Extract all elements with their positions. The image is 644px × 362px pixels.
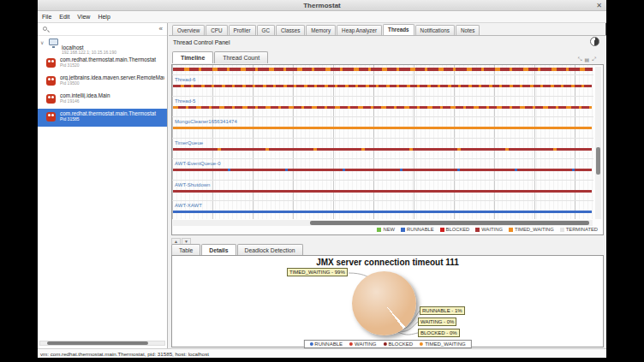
legend-dot-waiting — [349, 342, 353, 346]
tree-item-vm[interactable]: com.intellij.idea.Main Pid 19146 — [38, 91, 167, 109]
tab-gc[interactable]: GC — [257, 25, 275, 35]
legend-dot-blocked — [384, 342, 387, 346]
vm-pid: Pid 31585 — [60, 116, 167, 122]
vm-name: org.jetbrains.idea.maven.server.RemoteMa… — [60, 74, 164, 80]
pie-legend: RUNNABLE WAITING BLOCKED TIMED_WAITING — [303, 340, 471, 348]
panel-title: Thread Control Panel — [173, 39, 230, 45]
timeline-grid-icon[interactable]: ▤ — [585, 56, 590, 62]
menu-help[interactable]: Help — [98, 14, 110, 20]
expander-caret-icon[interactable]: ∨ — [40, 39, 44, 45]
thread-name-link[interactable]: MongoCleaner1656341474 — [175, 119, 237, 124]
scrollbar-thumb[interactable] — [47, 341, 148, 345]
tree-item-vm[interactable]: com.redhat.thermostat.main.Thermostat Pi… — [38, 55, 167, 73]
callout-runnable: RUNNABLE - 1% — [420, 306, 465, 315]
legend-item: WAITING — [475, 227, 503, 232]
menu-bar: File Edit View Help — [38, 11, 606, 23]
close-icon[interactable]: ✕ — [596, 2, 602, 9]
thermostat-window: Thermostat ✕ File Edit View Help « ∨ loc… — [38, 0, 606, 358]
legend-swatch-waiting — [475, 228, 480, 232]
legend-swatch-new — [377, 228, 381, 232]
tab-notes[interactable]: Notes — [456, 25, 480, 35]
timeline-horizontal-scrollbar[interactable] — [173, 220, 593, 226]
scrollbar-thumb[interactable] — [596, 147, 600, 175]
thread-state-line — [173, 190, 592, 193]
tree-item-vm-selected[interactable]: com.redhat.thermostat.main.Thermostat Pi… — [38, 109, 167, 127]
timeline-toolbar: ⤡ ▤ ⤢ — [578, 56, 596, 62]
status-bar: vm: com.redhat.thermostat.main.Thermosta… — [38, 348, 606, 358]
thread-row: AWT-EventQueue-0 — [172, 158, 593, 179]
host-name: localhost — [62, 45, 84, 50]
thread-state-line — [173, 127, 592, 129]
timeline-grid: Thread-6 Thread-5 MongoCleaner1656341474… — [172, 65, 593, 219]
callout-timed-waiting: TIMED_WAITING - 99% — [287, 268, 348, 276]
timeline-expand-icon[interactable]: ⤢ — [592, 56, 596, 62]
tab-classes[interactable]: Classes — [276, 25, 305, 35]
thread-name-link[interactable]: TimerQueue — [175, 140, 203, 145]
tab-details[interactable]: Details — [201, 244, 236, 256]
thread-state-line — [173, 106, 592, 109]
thread-state-line — [173, 148, 592, 151]
tree-item-vm[interactable]: org.jetbrains.idea.maven.server.RemoteMa… — [38, 73, 167, 91]
thread-row: MongoCleaner1656341474 — [172, 116, 593, 137]
scrollbar-thumb[interactable] — [310, 221, 589, 225]
thread-row: TimerQueue — [172, 138, 593, 158]
thread-name-link[interactable]: Thread-6 — [175, 77, 195, 82]
tab-overview[interactable]: Overview — [172, 25, 205, 35]
tab-memory[interactable]: Memory — [306, 25, 336, 35]
thread-name-link[interactable]: AWT-EventQueue-0 — [175, 161, 220, 166]
tab-heap-analyzer[interactable]: Heap Analyzer — [337, 25, 382, 35]
timeline-collapse-icon[interactable]: ⤡ — [578, 56, 582, 62]
menu-file[interactable]: File — [42, 14, 51, 20]
legend-dot-runnable — [309, 342, 313, 346]
collapse-sidebar-icon[interactable]: « — [159, 25, 163, 33]
legend-item: WAITING — [349, 341, 376, 347]
thread-timeline-chart[interactable]: Thread-6 Thread-5 MongoCleaner1656341474… — [171, 64, 604, 235]
vm-pid: Pid 19146 — [60, 98, 167, 104]
title-bar[interactable]: Thermostat ✕ — [38, 0, 606, 11]
menu-edit[interactable]: Edit — [59, 14, 69, 20]
monitor-toggle-icon[interactable] — [590, 37, 599, 46]
tree-item-host[interactable]: ∨ localhost — [38, 37, 167, 50]
legend-item: NEW — [377, 227, 395, 232]
status-text: vm: com.redhat.thermostat.main.Thermosta… — [40, 351, 209, 357]
thread-state-pie-chart — [352, 271, 416, 335]
thread-name-link[interactable]: AWT-Shutdown — [175, 182, 210, 187]
tab-profiler[interactable]: Profiler — [229, 25, 256, 35]
legend-dot-timed-waiting — [420, 342, 423, 346]
tree-search-bar[interactable]: « — [38, 23, 167, 36]
tab-deadlock-detection[interactable]: Deadlock Detection — [237, 244, 303, 256]
threads-panel: Thread Control Panel Timeline Thread Cou… — [169, 35, 606, 348]
sidebar-horizontal-scrollbar[interactable] — [39, 341, 165, 346]
thread-name-link[interactable]: AWT-XAWT — [175, 203, 202, 208]
search-icon — [43, 27, 47, 31]
thread-detail-tabs: Table Details Deadlock Detection — [171, 244, 303, 256]
vm-icon — [46, 94, 56, 104]
thread-state-line — [173, 211, 592, 213]
vm-pid: Pid 19500 — [60, 80, 167, 86]
host-vm-tree-panel: « ∨ localhost 192.168.122.1; 10.15.16.19… — [38, 23, 168, 348]
timeline-summary-band — [173, 68, 593, 71]
legend-item: TERMINATED — [560, 227, 598, 232]
legend-swatch-terminated — [560, 228, 564, 232]
legend-item: BLOCKED — [440, 227, 470, 232]
vm-name: com.redhat.thermostat.main.Thermostat — [60, 110, 164, 116]
pie-chart-title: JMX server connection timeout 111 — [172, 258, 603, 267]
timeline-vertical-scrollbar[interactable] — [595, 67, 601, 219]
tab-notifications[interactable]: Notifications — [415, 25, 455, 35]
thread-row: AWT-Shutdown — [172, 180, 593, 200]
callout-waiting: WAITING - 0% — [418, 317, 456, 326]
thread-details-chart-panel: JMX server connection timeout 111 TIMED_… — [171, 255, 604, 347]
vm-icon — [46, 112, 56, 122]
legend-swatch-timed-waiting — [509, 228, 513, 232]
menu-view[interactable]: View — [77, 14, 90, 20]
tab-cpu[interactable]: CPU — [206, 25, 227, 35]
legend-item: RUNNABLE — [401, 227, 434, 232]
subtab-thread-count[interactable]: Thread Count — [214, 51, 268, 63]
tab-threads[interactable]: Threads — [383, 24, 414, 35]
subtab-timeline[interactable]: Timeline — [172, 51, 213, 63]
window-title: Thermostat — [303, 2, 341, 9]
callout-blocked: BLOCKED - 0% — [418, 329, 460, 337]
tab-table[interactable]: Table — [171, 244, 200, 256]
thread-name-link[interactable]: Thread-5 — [175, 98, 195, 104]
vm-name: com.redhat.thermostat.main.Thermostat — [60, 56, 164, 62]
